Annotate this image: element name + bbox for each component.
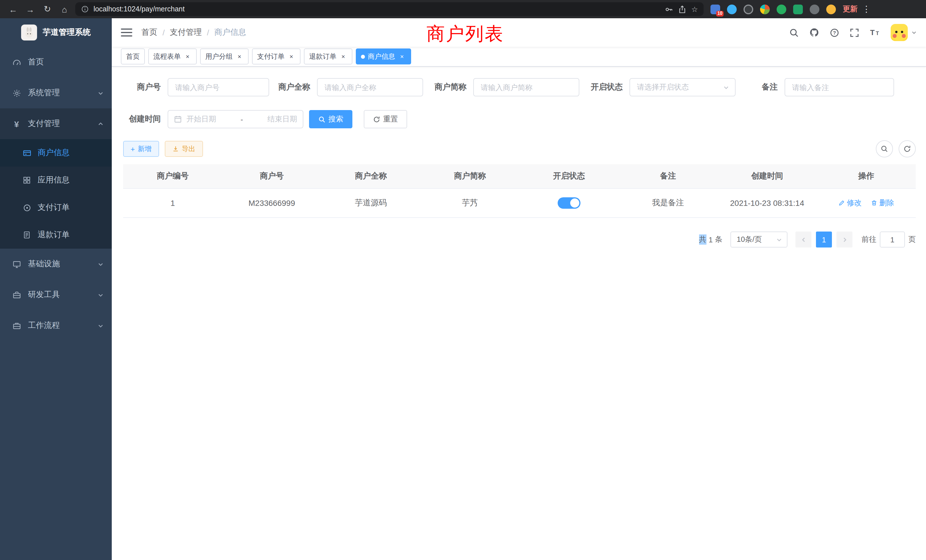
help-icon[interactable]: ? — [830, 28, 839, 37]
col-full-name: 商户全称 — [321, 164, 421, 188]
prev-page-button[interactable] — [796, 232, 811, 248]
back-button[interactable]: ← — [6, 2, 21, 17]
close-icon[interactable]: × — [236, 53, 244, 61]
url-text[interactable]: localhost:1024/pay/merchant — [94, 5, 661, 13]
extension-icon-2[interactable] — [727, 4, 737, 14]
extension-icon-8[interactable] — [826, 4, 836, 14]
col-serial: 商户编号 — [123, 164, 222, 188]
sidebar-item-workflow[interactable]: 工作流程 — [0, 310, 112, 341]
active-dot — [361, 54, 365, 59]
card-icon — [22, 148, 32, 157]
extension-badge: 10 — [716, 11, 723, 16]
plus-icon: + — [130, 145, 135, 153]
breadcrumb-separator: / — [162, 28, 165, 37]
search-button[interactable]: 搜索 — [309, 110, 353, 128]
reset-button[interactable]: 重置 — [364, 110, 407, 128]
close-icon[interactable]: × — [184, 53, 192, 61]
browser-update-button[interactable]: 更新 — [843, 4, 858, 14]
date-end-placeholder: 结束日期 — [268, 114, 297, 124]
close-icon[interactable]: × — [287, 53, 295, 61]
tab-process-form[interactable]: 流程表单 × — [148, 48, 197, 64]
site-info-icon[interactable] — [81, 5, 89, 13]
forward-button[interactable]: → — [23, 2, 38, 17]
briefcase-icon — [11, 321, 22, 330]
remark-input[interactable] — [785, 78, 894, 96]
date-separator: - — [221, 115, 263, 123]
toggle-search-button[interactable] — [876, 140, 893, 157]
reload-button[interactable]: ↻ — [40, 2, 55, 17]
total-count: 1 — [709, 235, 713, 244]
breadcrumb-section[interactable]: 支付管理 — [170, 27, 202, 38]
extension-icon-7[interactable] — [809, 4, 819, 14]
close-icon[interactable]: × — [398, 53, 406, 61]
short-name-input[interactable] — [473, 78, 580, 96]
sidebar-item-system[interactable]: 系统管理 — [0, 77, 112, 108]
sidebar-item-home[interactable]: 首页 — [0, 47, 112, 77]
edit-link[interactable]: 修改 — [838, 198, 862, 208]
goto-page-input[interactable] — [880, 232, 905, 248]
app-logo[interactable]: 芋道管理系统 — [0, 18, 112, 47]
extension-icon-5[interactable] — [776, 4, 786, 14]
user-menu[interactable] — [891, 24, 917, 41]
extension-icon-4[interactable] — [760, 4, 770, 14]
sidebar-item-infrastructure[interactable]: 基础设施 — [0, 249, 112, 279]
sidebar-item-refund-order[interactable]: 退款订单 — [0, 221, 112, 249]
browser-menu-icon[interactable]: ⋮ — [862, 4, 871, 14]
merchant-no-input[interactable] — [168, 78, 269, 96]
breadcrumb-home[interactable]: 首页 — [141, 27, 157, 38]
extension-icon-6[interactable] — [793, 4, 803, 14]
sidebar-item-merchant-info[interactable]: 商户信息 — [0, 139, 112, 166]
home-button[interactable]: ⌂ — [57, 2, 72, 17]
extension-icon-1[interactable]: 10 — [710, 4, 720, 14]
total-suffix: 条 — [715, 235, 722, 245]
goto-label: 前往 — [862, 235, 876, 245]
page-1-button[interactable]: 1 — [816, 232, 832, 248]
tab-home[interactable]: 首页 — [121, 48, 145, 64]
target-icon — [22, 203, 32, 212]
github-icon[interactable] — [809, 27, 819, 38]
status-toggle[interactable] — [558, 197, 581, 209]
tab-merchant-info[interactable]: 商户信息 × — [356, 48, 411, 64]
next-page-button[interactable] — [837, 232, 852, 248]
extension-icon-3[interactable] — [743, 4, 753, 14]
sidebar-item-label: 基础设施 — [28, 259, 60, 269]
extensions-area: 10 — [710, 4, 836, 14]
status-select[interactable]: 请选择开启状态 — [629, 78, 735, 96]
sidebar-item-app-info[interactable]: 应用信息 — [0, 166, 112, 194]
reset-button-label: 重置 — [383, 114, 398, 124]
page-jump: 前往 页 — [862, 232, 916, 248]
sidebar-item-dev-tools[interactable]: 研发工具 — [0, 279, 112, 310]
sidebar-item-pay-order[interactable]: 支付订单 — [0, 194, 112, 221]
sidebar-item-payment[interactable]: ¥ 支付管理 — [0, 108, 112, 139]
col-actions: 操作 — [817, 164, 916, 188]
cell-actions: 修改 删除 — [817, 188, 916, 218]
address-bar[interactable]: localhost:1024/pay/merchant ☆ — [75, 2, 704, 16]
password-key-icon[interactable] — [665, 5, 674, 14]
bookmark-star-icon[interactable]: ☆ — [691, 5, 698, 14]
delete-link[interactable]: 删除 — [871, 198, 894, 208]
fullscreen-icon[interactable] — [850, 28, 859, 37]
export-button[interactable]: 导出 — [165, 141, 203, 157]
sidebar-toggle-icon[interactable] — [121, 29, 132, 36]
page-size-select[interactable]: 10条/页 — [731, 232, 787, 248]
tab-refund-order[interactable]: 退款订单 × — [304, 48, 353, 64]
remark-label: 备注 — [762, 82, 778, 92]
top-navbar: 首页 / 支付管理 / 商户信息 商户列表 ? — [112, 18, 926, 47]
search-icon[interactable] — [789, 28, 799, 37]
page-size-value: 10条/页 — [737, 235, 762, 245]
font-size-icon[interactable]: TT — [870, 28, 881, 37]
download-icon — [172, 145, 179, 152]
create-time-range-picker[interactable]: 开始日期 - 结束日期 — [168, 110, 303, 128]
full-name-input[interactable] — [317, 78, 423, 96]
tab-pay-order[interactable]: 支付订单 × — [252, 48, 301, 64]
edit-icon — [838, 200, 845, 206]
breadcrumb: 首页 / 支付管理 / 商户信息 — [141, 27, 246, 38]
filter-row-1: 商户号 商户全称 商户简称 开启状态 请选择开启状态 备注 — [123, 78, 916, 96]
tab-user-group[interactable]: 用户分组 × — [200, 48, 249, 64]
close-icon[interactable]: × — [339, 53, 347, 61]
refresh-table-button[interactable] — [899, 140, 916, 157]
share-icon[interactable] — [678, 5, 687, 14]
sidebar: 芋道管理系统 首页 系统管理 — [0, 18, 112, 560]
add-button[interactable]: + 新增 — [123, 141, 159, 157]
browser-toolbar: ← → ↻ ⌂ localhost:1024/pay/merchant ☆ 10 — [0, 0, 926, 18]
